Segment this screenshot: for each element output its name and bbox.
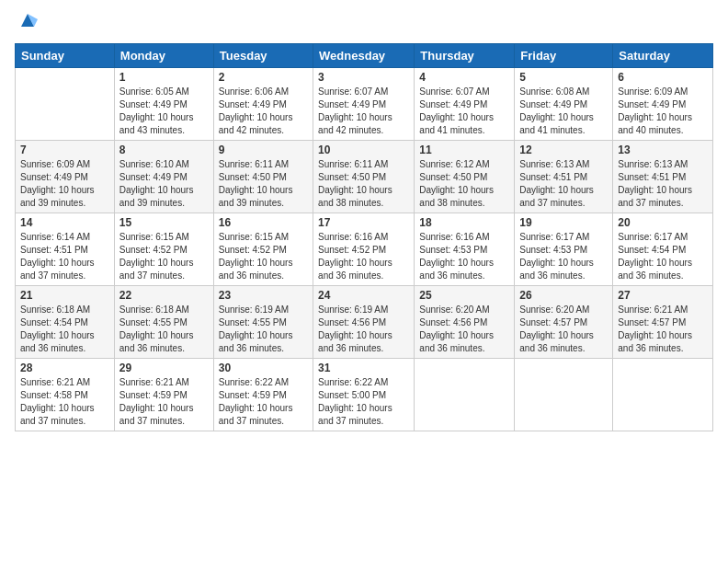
weekday-header-sunday: Sunday: [16, 44, 115, 68]
day-number: 5: [519, 71, 608, 84]
day-number: 23: [219, 289, 308, 302]
calendar-cell: 4Sunrise: 6:07 AMSunset: 4:49 PMDaylight…: [415, 68, 515, 141]
day-number: 14: [20, 216, 109, 229]
calendar-cell: 18Sunrise: 6:16 AMSunset: 4:53 PMDayligh…: [415, 213, 515, 286]
cell-info: Sunrise: 6:22 AMSunset: 5:00 PMDaylight:…: [318, 376, 409, 428]
cell-info: Sunrise: 6:05 AMSunset: 4:49 PMDaylight:…: [119, 86, 209, 137]
cell-info: Sunrise: 6:19 AMSunset: 4:55 PMDaylight:…: [219, 304, 308, 355]
calendar-week-row: 1Sunrise: 6:05 AMSunset: 4:49 PMDaylight…: [16, 68, 713, 141]
calendar-cell: 29Sunrise: 6:21 AMSunset: 4:59 PMDayligh…: [114, 359, 213, 431]
cell-info: Sunrise: 6:15 AMSunset: 4:52 PMDaylight:…: [219, 231, 308, 282]
calendar-cell: [515, 359, 613, 431]
calendar-cell: [613, 359, 713, 431]
calendar-cell: 26Sunrise: 6:20 AMSunset: 4:57 PMDayligh…: [515, 286, 613, 359]
calendar-cell: [415, 359, 515, 431]
calendar-cell: 9Sunrise: 6:11 AMSunset: 4:50 PMDaylight…: [213, 141, 313, 213]
day-number: 15: [119, 216, 209, 229]
day-number: 20: [618, 216, 708, 229]
cell-info: Sunrise: 6:21 AMSunset: 4:59 PMDaylight:…: [119, 376, 209, 428]
cell-info: Sunrise: 6:14 AMSunset: 4:51 PMDaylight:…: [20, 231, 109, 282]
cell-info: Sunrise: 6:17 AMSunset: 4:53 PMDaylight:…: [519, 231, 608, 282]
calendar-cell: 14Sunrise: 6:14 AMSunset: 4:51 PMDayligh…: [16, 213, 115, 286]
cell-info: Sunrise: 6:09 AMSunset: 4:49 PMDaylight:…: [20, 158, 109, 210]
day-number: 4: [419, 71, 509, 84]
day-number: 17: [318, 216, 409, 229]
day-number: 24: [318, 289, 409, 302]
calendar-cell: 28Sunrise: 6:21 AMSunset: 4:58 PMDayligh…: [16, 359, 115, 431]
cell-info: Sunrise: 6:17 AMSunset: 4:54 PMDaylight:…: [618, 231, 708, 282]
cell-info: Sunrise: 6:08 AMSunset: 4:49 PMDaylight:…: [519, 86, 608, 137]
day-number: 7: [20, 144, 109, 156]
cell-info: Sunrise: 6:21 AMSunset: 4:57 PMDaylight:…: [618, 304, 708, 355]
day-number: 28: [20, 362, 109, 374]
cell-info: Sunrise: 6:22 AMSunset: 4:59 PMDaylight:…: [219, 376, 308, 428]
cell-info: Sunrise: 6:16 AMSunset: 4:52 PMDaylight:…: [318, 231, 409, 282]
calendar-cell: 11Sunrise: 6:12 AMSunset: 4:50 PMDayligh…: [415, 141, 515, 213]
calendar-cell: 24Sunrise: 6:19 AMSunset: 4:56 PMDayligh…: [313, 286, 415, 359]
day-number: 29: [119, 362, 209, 374]
calendar-cell: 12Sunrise: 6:13 AMSunset: 4:51 PMDayligh…: [515, 141, 613, 213]
weekday-header-friday: Friday: [515, 44, 613, 68]
cell-info: Sunrise: 6:13 AMSunset: 4:51 PMDaylight:…: [519, 158, 608, 210]
cell-info: Sunrise: 6:16 AMSunset: 4:53 PMDaylight:…: [419, 231, 509, 282]
cell-info: Sunrise: 6:18 AMSunset: 4:55 PMDaylight:…: [119, 304, 209, 355]
cell-info: Sunrise: 6:11 AMSunset: 4:50 PMDaylight:…: [219, 158, 308, 210]
cell-info: Sunrise: 6:13 AMSunset: 4:51 PMDaylight:…: [618, 158, 708, 210]
cell-info: Sunrise: 6:10 AMSunset: 4:49 PMDaylight:…: [119, 158, 209, 210]
weekday-header-monday: Monday: [114, 44, 213, 68]
calendar-cell: 7Sunrise: 6:09 AMSunset: 4:49 PMDaylight…: [16, 141, 115, 213]
calendar-cell: 30Sunrise: 6:22 AMSunset: 4:59 PMDayligh…: [213, 359, 313, 431]
day-number: 6: [618, 71, 708, 84]
calendar-week-row: 14Sunrise: 6:14 AMSunset: 4:51 PMDayligh…: [16, 213, 713, 286]
calendar-cell: 27Sunrise: 6:21 AMSunset: 4:57 PMDayligh…: [613, 286, 713, 359]
day-number: 10: [318, 144, 409, 156]
calendar-cell: 15Sunrise: 6:15 AMSunset: 4:52 PMDayligh…: [114, 213, 213, 286]
calendar-week-row: 7Sunrise: 6:09 AMSunset: 4:49 PMDaylight…: [16, 141, 713, 213]
calendar-cell: 16Sunrise: 6:15 AMSunset: 4:52 PMDayligh…: [213, 213, 313, 286]
day-number: 21: [20, 289, 109, 302]
cell-info: Sunrise: 6:12 AMSunset: 4:50 PMDaylight:…: [419, 158, 509, 210]
cell-info: Sunrise: 6:19 AMSunset: 4:56 PMDaylight:…: [318, 304, 409, 355]
day-number: 12: [519, 144, 608, 156]
day-number: 9: [219, 144, 308, 156]
day-number: 31: [318, 362, 409, 374]
day-number: 13: [618, 144, 708, 156]
cell-info: Sunrise: 6:07 AMSunset: 4:49 PMDaylight:…: [318, 86, 409, 137]
day-number: 19: [519, 216, 608, 229]
day-number: 16: [219, 216, 308, 229]
calendar-week-row: 21Sunrise: 6:18 AMSunset: 4:54 PMDayligh…: [16, 286, 713, 359]
calendar-cell: 5Sunrise: 6:08 AMSunset: 4:49 PMDaylight…: [515, 68, 613, 141]
calendar-week-row: 28Sunrise: 6:21 AMSunset: 4:58 PMDayligh…: [16, 359, 713, 431]
calendar-cell: 19Sunrise: 6:17 AMSunset: 4:53 PMDayligh…: [515, 213, 613, 286]
cell-info: Sunrise: 6:15 AMSunset: 4:52 PMDaylight:…: [119, 231, 209, 282]
calendar-cell: 3Sunrise: 6:07 AMSunset: 4:49 PMDaylight…: [313, 68, 415, 141]
cell-info: Sunrise: 6:09 AMSunset: 4:49 PMDaylight:…: [618, 86, 708, 137]
cell-info: Sunrise: 6:20 AMSunset: 4:57 PMDaylight:…: [519, 304, 608, 355]
day-number: 11: [419, 144, 509, 156]
day-number: 25: [419, 289, 509, 302]
calendar-cell: 10Sunrise: 6:11 AMSunset: 4:50 PMDayligh…: [313, 141, 415, 213]
calendar-cell: 2Sunrise: 6:06 AMSunset: 4:49 PMDaylight…: [213, 68, 313, 141]
day-number: 26: [519, 289, 608, 302]
day-number: 27: [618, 289, 708, 302]
cell-info: Sunrise: 6:21 AMSunset: 4:58 PMDaylight:…: [20, 376, 109, 428]
calendar-cell: 22Sunrise: 6:18 AMSunset: 4:55 PMDayligh…: [114, 286, 213, 359]
weekday-header-saturday: Saturday: [613, 44, 713, 68]
calendar-table: SundayMondayTuesdayWednesdayThursdayFrid…: [15, 43, 713, 431]
calendar-cell: 23Sunrise: 6:19 AMSunset: 4:55 PMDayligh…: [213, 286, 313, 359]
page-container: SundayMondayTuesdayWednesdayThursdayFrid…: [0, 0, 728, 439]
day-number: 2: [219, 71, 308, 84]
calendar-cell: 13Sunrise: 6:13 AMSunset: 4:51 PMDayligh…: [613, 141, 713, 213]
cell-info: Sunrise: 6:18 AMSunset: 4:54 PMDaylight:…: [20, 304, 109, 355]
cell-info: Sunrise: 6:07 AMSunset: 4:49 PMDaylight:…: [419, 86, 509, 137]
header: [15, 15, 713, 34]
calendar-cell: 21Sunrise: 6:18 AMSunset: 4:54 PMDayligh…: [16, 286, 115, 359]
calendar-cell: 6Sunrise: 6:09 AMSunset: 4:49 PMDaylight…: [613, 68, 713, 141]
weekday-header-wednesday: Wednesday: [313, 44, 415, 68]
day-number: 3: [318, 71, 409, 84]
day-number: 22: [119, 289, 209, 302]
logo-icon: [17, 10, 38, 30]
calendar-cell: 25Sunrise: 6:20 AMSunset: 4:56 PMDayligh…: [415, 286, 515, 359]
day-number: 8: [119, 144, 209, 156]
weekday-header-tuesday: Tuesday: [213, 44, 313, 68]
